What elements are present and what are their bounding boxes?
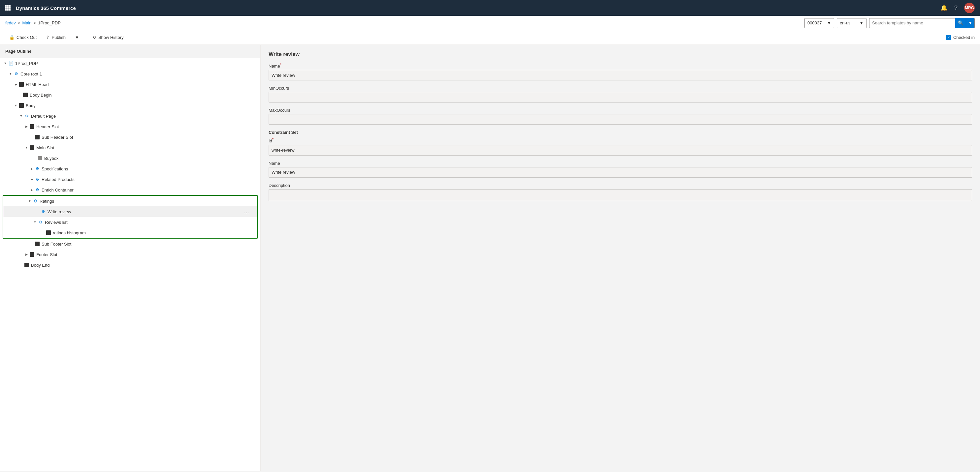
tree-label-sub-header: Sub Header Slot	[41, 135, 73, 140]
expand-body-begin	[17, 92, 22, 98]
tree-item-write-review[interactable]: ⚙ Write review …	[3, 206, 257, 217]
expand-html-head[interactable]: ▶	[13, 82, 19, 87]
history-icon: ↻	[93, 35, 96, 40]
tree-label-main-slot: Main Slot	[36, 145, 54, 150]
breadcrumb-main[interactable]: Main	[22, 21, 31, 25]
expand-specifications[interactable]: ▶	[29, 166, 34, 171]
selection-box: ▼ ⚙ Ratings ⚙ Write review … ▼ ⚙ Reviews…	[3, 195, 258, 239]
version-dropdown[interactable]: 000037 ▼	[805, 18, 834, 28]
template-search-button[interactable]: 🔍	[955, 18, 966, 28]
gear-icon-ratings: ⚙	[32, 198, 38, 204]
module-icon-sub-header	[34, 134, 40, 140]
expand-reviews-list[interactable]: ▼	[32, 220, 38, 225]
publish-button[interactable]: ⇧ Publish	[42, 32, 70, 43]
tree-item-buybox[interactable]: Buybox	[0, 153, 260, 163]
expand-buybox	[32, 155, 37, 161]
breadcrumb-fedev[interactable]: fedev	[5, 21, 16, 25]
tree-item-main-slot[interactable]: ▼ Main Slot	[0, 143, 260, 153]
left-panel: Page Outline ▼ 📄 1Prod_PDP ▼ ⚙ Core root…	[0, 45, 261, 471]
expand-core-root[interactable]: ▼	[8, 71, 13, 76]
id-input[interactable]	[269, 145, 972, 155]
expand-1prod_pdp[interactable]: ▼	[3, 61, 8, 66]
notifications-icon[interactable]: 🔔	[940, 4, 948, 11]
checked-in-label: Checked in	[953, 35, 975, 40]
tree-item-specifications[interactable]: ▶ ⚙ Specifications	[0, 163, 260, 174]
template-search-box[interactable]: 🔍 ▼	[869, 18, 975, 28]
expand-related-products[interactable]: ▶	[29, 177, 34, 182]
help-icon[interactable]: ?	[954, 5, 958, 11]
expand-enrich[interactable]: ▶	[29, 187, 34, 193]
tree-label-specifications: Specifications	[41, 166, 68, 171]
expand-default-page[interactable]: ▼	[19, 113, 24, 119]
tree-item-default-page[interactable]: ▼ ⚙ Default Page	[0, 111, 260, 121]
form-group-description: Description	[269, 183, 972, 201]
show-history-button[interactable]: ↻ Show History	[89, 32, 128, 43]
publish-dropdown-button[interactable]: ▼	[71, 32, 83, 43]
tree-label-body-begin: Body Begin	[30, 93, 52, 98]
tree-item-related-products[interactable]: ▶ ⚙ Related Products	[0, 174, 260, 185]
module-icon-histogram	[46, 230, 51, 236]
app-grid-icon[interactable]	[5, 5, 11, 11]
checkout-button[interactable]: 🔒 Check Out	[5, 32, 41, 43]
tree-item-1prod_pdp[interactable]: ▼ 📄 1Prod_PDP	[0, 58, 260, 68]
locale-dropdown[interactable]: en-us ▼	[837, 18, 867, 28]
module-icon-main	[29, 145, 35, 150]
id-required-marker: *	[272, 138, 274, 141]
expand-write-review	[35, 209, 40, 214]
show-history-label: Show History	[98, 35, 124, 40]
module-icon-buybox	[37, 155, 43, 161]
template-search-dropdown[interactable]: ▼	[966, 18, 974, 28]
tree-label-footer-slot: Footer Slot	[36, 252, 57, 257]
gear-icon-default: ⚙	[24, 113, 30, 119]
expand-ratings[interactable]: ▼	[27, 198, 32, 204]
tree-item-enrich-container[interactable]: ▶ ⚙ Enrich Container	[0, 185, 260, 195]
tree-item-sub-footer-slot[interactable]: Sub Footer Slot	[0, 239, 260, 249]
expand-sub-footer	[29, 241, 34, 247]
tree-item-footer-slot[interactable]: ▶ Footer Slot	[0, 249, 260, 260]
module-icon-html-head	[19, 81, 24, 87]
expand-main-slot[interactable]: ▼	[24, 145, 29, 150]
expand-body[interactable]: ▼	[13, 103, 19, 108]
tree-label-core-root: Core root 1	[21, 71, 42, 76]
expand-footer-slot[interactable]: ▶	[24, 252, 29, 257]
gear-icon-core: ⚙	[13, 71, 19, 77]
tree-item-reviews-list[interactable]: ▼ ⚙ Reviews list	[3, 217, 257, 227]
right-panel-title: Write review	[269, 51, 972, 57]
tree-item-header-slot[interactable]: ▶ Header Slot	[0, 121, 260, 132]
minoccurs-input[interactable]	[269, 92, 972, 103]
breadcrumb-actions: 000037 ▼ en-us ▼ 🔍 ▼	[805, 18, 975, 28]
gear-icon-related: ⚙	[34, 176, 40, 182]
user-avatar[interactable]: MRG	[964, 3, 975, 13]
name2-input[interactable]	[269, 167, 972, 177]
name2-label: Name	[269, 161, 972, 166]
tree-item-html-head[interactable]: ▶ HTML Head	[0, 79, 260, 90]
tree-label-write-review: Write review	[48, 209, 71, 214]
form-group-name2: Name	[269, 161, 972, 177]
tree-item-body[interactable]: ▼ Body	[0, 100, 260, 111]
id-label: Id*	[269, 138, 972, 143]
expand-header-slot[interactable]: ▶	[24, 124, 29, 129]
tree-item-sub-header-slot[interactable]: Sub Header Slot	[0, 132, 260, 143]
template-search-input[interactable]	[869, 21, 955, 25]
gear-icon-enrich: ⚙	[34, 187, 40, 193]
name-label: Name*	[269, 63, 972, 68]
tree-item-core-root[interactable]: ▼ ⚙ Core root 1	[0, 68, 260, 79]
tree-item-ratings[interactable]: ▼ ⚙ Ratings	[3, 196, 257, 206]
maxoccurs-input[interactable]	[269, 114, 972, 125]
form-group-name: Name*	[269, 63, 972, 81]
tree-item-body-begin[interactable]: Body Begin	[0, 90, 260, 100]
gear-icon-specs: ⚙	[34, 166, 40, 172]
constraint-set-section: Constraint Set	[269, 130, 972, 135]
toolbar-left: 🔒 Check Out ⇧ Publish ▼ ↻ Show History	[5, 32, 128, 43]
breadcrumb-current: 1Prod_PDP	[38, 21, 61, 25]
tree-label-reviews-list: Reviews list	[45, 220, 68, 225]
tree-item-body-end[interactable]: Body End	[0, 260, 260, 270]
name-input[interactable]	[269, 70, 972, 81]
more-options-write-review[interactable]: …	[241, 209, 252, 215]
tree-label-html-head: HTML Head	[26, 82, 49, 87]
tree-label-sub-footer: Sub Footer Slot	[41, 242, 71, 247]
description-input[interactable]	[269, 189, 972, 201]
breadcrumb-sep-2: >	[33, 21, 36, 25]
maxoccurs-label: MaxOccurs	[269, 108, 972, 113]
tree-item-ratings-histogram[interactable]: ratings histogram	[3, 227, 257, 238]
